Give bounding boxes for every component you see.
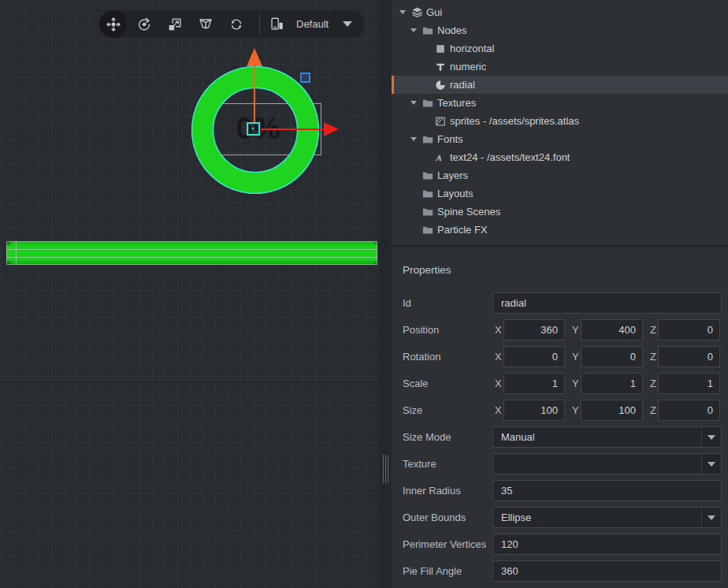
dropdown-button[interactable]: [701, 508, 721, 527]
scale-label: Scale: [403, 373, 429, 394]
caret-down-icon: [708, 515, 715, 520]
axis-y-label: Y: [572, 319, 579, 341]
axis-y-label: Y: [572, 373, 579, 394]
size-mode-select[interactable]: Manual: [492, 426, 722, 448]
pie-fill-angle-input[interactable]: [492, 560, 722, 582]
atlas-icon: [434, 115, 447, 128]
axis-x-label: X: [495, 373, 502, 394]
dropdown-button[interactable]: [701, 454, 721, 474]
bar-slice-line: [7, 249, 377, 250]
scale-y-input[interactable]: [581, 373, 643, 394]
property-row-position: Position X Y Z: [392, 319, 728, 341]
font-icon: A: [434, 151, 447, 164]
pie-fill-angle-label: Pie Fill Angle: [403, 560, 462, 582]
outline-item-sprites-atlas[interactable]: sprites - /assets/sprites.atlas: [392, 112, 728, 130]
inner-radius-label: Inner Radius: [403, 480, 461, 501]
y-axis-line: [254, 61, 255, 122]
outer-bounds-label: Outer Bounds: [403, 507, 466, 528]
bar-slice-line: [16, 242, 17, 264]
right-panel: Gui Nodes horizontal numeric radi: [392, 0, 728, 588]
rotate-tool-button[interactable]: [130, 10, 158, 38]
outline-item-nodes[interactable]: Nodes: [392, 21, 728, 39]
id-input[interactable]: [492, 292, 722, 314]
perimeter-vertices-input[interactable]: [492, 534, 722, 555]
size-x-input[interactable]: [503, 400, 565, 421]
x-axis-handle[interactable]: [324, 122, 339, 136]
properties-title: Properties: [403, 264, 451, 276]
axis-y-label: Y: [572, 400, 579, 421]
scale-tool-button[interactable]: [161, 10, 188, 38]
size-mode-label: Size Mode: [403, 426, 451, 448]
move-tool-button[interactable]: [99, 10, 127, 38]
outline-item-text24-font[interactable]: A text24 - /assets/text24.font: [392, 148, 728, 166]
axis-z-label: Z: [650, 346, 656, 367]
caret-down-icon[interactable]: [410, 28, 422, 32]
position-label: Position: [403, 319, 439, 341]
rotation-label: Rotation: [403, 346, 440, 367]
size-y-input[interactable]: [581, 400, 643, 421]
position-y-input[interactable]: [581, 319, 643, 341]
dropdown-button[interactable]: [701, 427, 721, 447]
property-row-perimeter-vertices: Perimeter Vertices: [392, 534, 728, 555]
caret-down-icon[interactable]: [399, 10, 410, 14]
scale-z-input[interactable]: [658, 373, 720, 394]
folder-icon: [422, 97, 434, 110]
axis-x-label: X: [495, 319, 502, 341]
outer-bounds-select[interactable]: Ellipse: [492, 507, 722, 528]
outline-item-spine-scenes[interactable]: Spine Scenes: [392, 203, 728, 221]
folder-icon: [422, 24, 434, 37]
position-x-input[interactable]: [503, 319, 565, 341]
inner-radius-input[interactable]: [492, 480, 722, 501]
outline-item-fonts[interactable]: Fonts: [392, 130, 728, 148]
panel-splitter[interactable]: [379, 0, 392, 588]
size-z-input[interactable]: [658, 400, 720, 421]
outline-item-horizontal[interactable]: horizontal: [392, 39, 728, 58]
move-icon: [105, 16, 122, 33]
caret-down-icon: [708, 435, 715, 440]
box-node-icon: [434, 43, 447, 55]
outline-item-label: Gui: [426, 3, 442, 21]
folder-icon: [422, 206, 434, 218]
outline-item-label: Particle FX: [437, 221, 488, 239]
property-row-size: Size X Y Z: [392, 400, 728, 421]
outline-item-numeric[interactable]: numeric: [392, 58, 728, 76]
outline-item-radial[interactable]: radial: [392, 76, 728, 94]
rotation-z-input[interactable]: [658, 346, 720, 367]
scene-canvas[interactable]: 0%: [0, 0, 379, 588]
rotation-x-input[interactable]: [503, 346, 565, 367]
refresh-tool-button[interactable]: [222, 10, 250, 38]
property-row-inner-radius: Inner Radius: [392, 480, 728, 501]
axis-x-label: X: [495, 400, 502, 421]
position-z-input[interactable]: [658, 319, 720, 341]
horizontal-bar-node[interactable]: [6, 241, 377, 265]
scale-icon: [166, 16, 184, 33]
outer-bounds-value: Ellipse: [493, 512, 701, 523]
property-row-id: Id: [392, 292, 728, 314]
outline-item-particle-fx[interactable]: Particle FX: [392, 221, 728, 239]
texture-select[interactable]: [492, 453, 722, 474]
axis-z-label: Z: [650, 319, 656, 341]
folder-icon: [422, 133, 434, 146]
outline-item-layouts[interactable]: Layouts: [392, 184, 728, 203]
rotation-y-input[interactable]: [581, 346, 643, 367]
center-handle[interactable]: [247, 122, 260, 136]
rotate-icon: [136, 16, 153, 33]
grid-major-line: [0, 376, 379, 377]
properties-panel: Properties Id Position X Y Z Rotation X …: [392, 247, 728, 588]
perimeter-vertices-label: Perimeter Vertices: [403, 534, 486, 555]
scale-x-input[interactable]: [503, 373, 565, 394]
outline-item-label: sprites - /assets/sprites.atlas: [450, 112, 579, 130]
y-axis-handle[interactable]: [247, 48, 262, 66]
layout-profile-dropdown[interactable]: Default: [268, 10, 365, 38]
outline-item-layers[interactable]: Layers: [392, 166, 728, 184]
outline-item-gui[interactable]: Gui: [392, 3, 728, 21]
outline-item-textures[interactable]: Textures: [392, 94, 728, 112]
outline-item-label: text24 - /assets/text24.font: [450, 148, 570, 166]
frustum-tool-button[interactable]: [191, 10, 219, 38]
caret-down-icon[interactable]: [410, 101, 422, 105]
property-row-size-mode: Size Mode Manual: [392, 426, 728, 448]
caret-down-icon[interactable]: [410, 137, 422, 141]
property-row-outer-bounds: Outer Bounds Ellipse: [392, 507, 728, 528]
outline-item-label: Nodes: [437, 21, 467, 39]
pivot-handle[interactable]: [300, 73, 310, 83]
